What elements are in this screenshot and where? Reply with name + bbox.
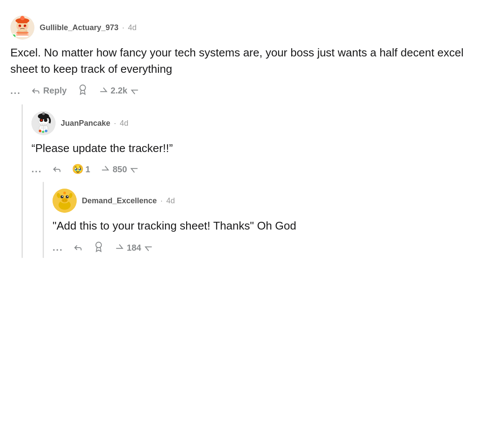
- reply-button-3[interactable]: [73, 243, 83, 252]
- downvote-button-2[interactable]: [130, 165, 139, 174]
- thread-line-2: [43, 182, 44, 258]
- svg-rect-4: [16, 34, 28, 36]
- vote-count-3: 184: [127, 243, 141, 253]
- comment-text: Excel. No matter how fancy your tech sys…: [10, 45, 494, 77]
- svg-point-41: [63, 192, 66, 194]
- upvote-icon-3: [115, 243, 124, 252]
- award-emoji-group: 🥹 1: [72, 164, 90, 175]
- action-bar: ... Reply 2.2k: [10, 84, 494, 97]
- svg-point-44: [96, 242, 102, 248]
- downvote-icon: [130, 86, 140, 96]
- award-svg: [77, 84, 88, 95]
- reply-icon-2: [52, 165, 62, 174]
- upvote-group-3: 184: [115, 243, 153, 253]
- vote-count-2: 850: [112, 165, 127, 174]
- svg-point-36: [66, 196, 69, 199]
- vote-count: 2.2k: [111, 86, 128, 96]
- action-bar-2: ... 🥹 1 850: [31, 164, 494, 175]
- svg-point-38: [67, 196, 68, 197]
- reply-button-2[interactable]: [52, 165, 62, 174]
- svg-point-13: [80, 85, 85, 91]
- svg-point-22: [40, 119, 43, 121]
- more-button[interactable]: ...: [10, 85, 21, 96]
- upvote-button-2[interactable]: [100, 165, 110, 174]
- username: Gullible_Actuary_973: [40, 23, 118, 32]
- svg-point-28: [39, 130, 41, 132]
- separator-2: ·: [114, 119, 116, 127]
- svg-rect-23: [41, 124, 42, 125]
- upvote-group-2: 850: [100, 165, 139, 174]
- reply-comment-2: Demand_Excellence · 4d "Add this to your…: [53, 182, 494, 258]
- upvote-button[interactable]: [99, 86, 108, 96]
- svg-point-35: [61, 196, 64, 199]
- separator: ·: [122, 23, 124, 32]
- svg-point-27: [42, 112, 45, 115]
- svg-rect-25: [44, 124, 46, 125]
- comment-header-3: Demand_Excellence · 4d: [53, 189, 494, 213]
- user-info: Gullible_Actuary_973 · 4d: [40, 23, 137, 32]
- nested-content-1: JuanPancake · 4d “Please update the trac…: [31, 104, 494, 258]
- downvote-button-3[interactable]: [144, 243, 153, 252]
- nested-section-1: JuanPancake · 4d “Please update the trac…: [10, 104, 494, 258]
- online-indicator: [11, 34, 16, 39]
- separator-3: ·: [161, 196, 163, 205]
- reply-label: Reply: [43, 86, 66, 96]
- timestamp-2: 4d: [120, 119, 128, 127]
- double-nested-section: Demand_Excellence · 4d "Add this to your…: [31, 182, 494, 258]
- upvote-group: 2.2k: [99, 86, 140, 96]
- username-3: Demand_Excellence: [82, 196, 157, 205]
- user-info-2: JuanPancake · 4d: [61, 119, 128, 128]
- svg-point-12: [25, 26, 27, 29]
- award-icon-3[interactable]: [93, 241, 104, 255]
- more-button-3[interactable]: ...: [53, 242, 63, 253]
- reply-icon: [31, 86, 40, 96]
- svg-point-11: [18, 26, 20, 29]
- more-button-2[interactable]: ...: [31, 164, 42, 175]
- svg-point-34: [62, 198, 68, 202]
- reply-comment-1: JuanPancake · 4d “Please update the trac…: [31, 104, 494, 178]
- reply-button[interactable]: Reply: [31, 86, 66, 96]
- user-info-3: Demand_Excellence · 4d: [82, 196, 175, 205]
- double-nested-content: Demand_Excellence · 4d "Add this to your…: [53, 182, 494, 258]
- svg-rect-3: [16, 32, 28, 34]
- upvote-icon: [99, 86, 108, 96]
- avatar-juan: [31, 111, 56, 135]
- svg-point-29: [42, 131, 44, 133]
- upvote-button-3[interactable]: [115, 243, 124, 252]
- award-emoji: 🥹: [72, 164, 84, 175]
- svg-point-42: [63, 200, 64, 201]
- upvote-icon-2: [100, 165, 110, 174]
- comment-header: Gullible_Actuary_973 · 4d: [10, 16, 494, 40]
- award-icon[interactable]: [77, 84, 88, 97]
- svg-rect-24: [43, 124, 44, 125]
- comment-text-3: "Add this to your tracking sheet! Thanks…: [53, 218, 494, 234]
- downvote-button[interactable]: [130, 86, 140, 96]
- main-comment: Gullible_Actuary_973 · 4d Excel. No matt…: [10, 9, 494, 101]
- timestamp-3: 4d: [166, 196, 175, 205]
- svg-point-30: [45, 130, 47, 132]
- svg-point-37: [62, 196, 63, 197]
- downvote-icon-2: [130, 165, 139, 174]
- svg-point-8: [20, 16, 25, 20]
- downvote-icon-3: [144, 243, 153, 252]
- award-svg-3: [93, 241, 104, 252]
- avatar-demand: [53, 189, 77, 213]
- action-bar-3: ...: [53, 241, 494, 255]
- comment-text-2: “Please update the tracker!!”: [31, 140, 494, 157]
- reply-icon-3: [73, 243, 83, 252]
- avatar: [10, 16, 34, 40]
- username-2: JuanPancake: [61, 119, 110, 127]
- award-count: 1: [85, 165, 90, 174]
- thread-line: [22, 104, 23, 258]
- timestamp: 4d: [128, 23, 137, 32]
- svg-point-43: [65, 200, 67, 201]
- comment-header-2: JuanPancake · 4d: [31, 111, 494, 135]
